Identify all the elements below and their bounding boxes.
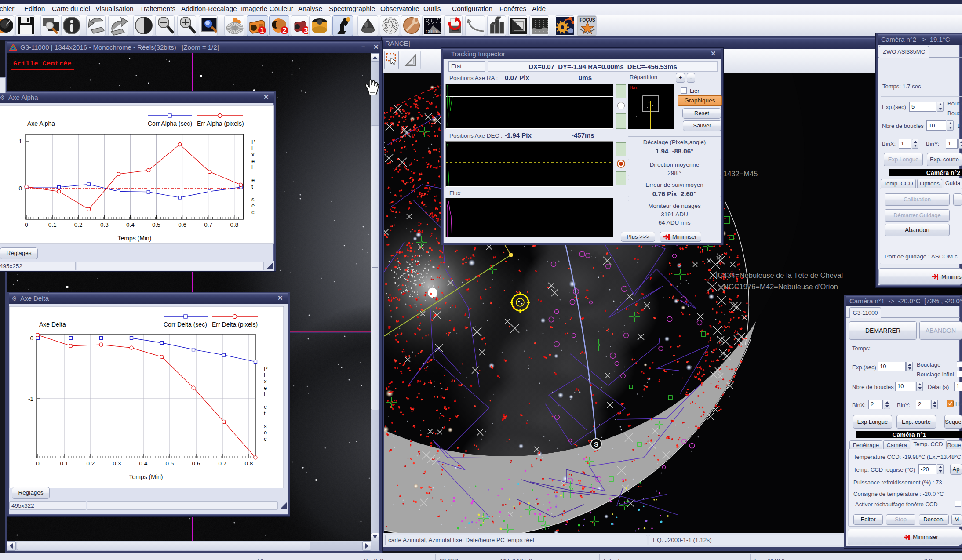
svg-text:0: 0 [36, 460, 40, 467]
svg-text:e: e [251, 202, 255, 209]
svg-text:0: 0 [18, 185, 22, 192]
svg-text:i: i [251, 145, 253, 152]
svg-text:Err Alpha (pixels): Err Alpha (pixels) [197, 120, 244, 127]
svg-text:e: e [251, 177, 255, 183]
svg-text:s: s [264, 423, 267, 429]
svg-text:0.4: 0.4 [139, 460, 148, 467]
svg-text:Corr Alpha (sec): Corr Alpha (sec) [148, 120, 192, 127]
svg-text:1432=M45: 1432=M45 [723, 170, 758, 178]
svg-text:P: P [264, 365, 268, 372]
svg-text:NGC1976=M42=Nebuleuse d'Orion: NGC1976=M42=Nebuleuse d'Orion [723, 283, 838, 291]
svg-text:0.2: 0.2 [87, 460, 95, 467]
svg-text:P: P [251, 138, 255, 145]
svg-text:3: 3 [304, 26, 308, 35]
svg-text:0.2: 0.2 [74, 222, 83, 228]
svg-text:0.3: 0.3 [100, 222, 109, 228]
svg-text:x: x [251, 151, 255, 158]
svg-text:e: e [264, 429, 267, 436]
svg-text:Axe Delta: Axe Delta [39, 321, 66, 328]
svg-text:Bar.: Bar. [630, 85, 638, 90]
svg-text:l: l [251, 164, 253, 171]
svg-text:-1: -1 [28, 396, 33, 402]
svg-text:Temps (Min): Temps (Min) [117, 235, 151, 242]
svg-text:0.7: 0.7 [204, 222, 212, 228]
svg-text:0.6: 0.6 [192, 460, 200, 467]
svg-text:0.1: 0.1 [60, 460, 69, 467]
svg-text:c: c [251, 209, 255, 215]
svg-text:Err Delta (pixels): Err Delta (pixels) [212, 321, 258, 328]
svg-text:0.5: 0.5 [166, 460, 174, 467]
svg-text:0.3: 0.3 [113, 460, 121, 467]
svg-text:l: l [264, 391, 265, 397]
svg-text:2: 2 [282, 26, 286, 35]
svg-text:t: t [264, 410, 266, 417]
svg-text:GUIDE: GUIDE [426, 29, 440, 34]
svg-text:e: e [264, 404, 267, 410]
svg-text:0.8: 0.8 [230, 222, 238, 228]
svg-text:1: 1 [18, 138, 22, 145]
svg-text:S: S [594, 440, 598, 448]
svg-text:x: x [264, 378, 267, 385]
svg-text:0.5: 0.5 [152, 222, 160, 228]
svg-text:0.1: 0.1 [48, 222, 57, 228]
svg-text:i: i [264, 372, 265, 378]
svg-text:Temps (Min): Temps (Min) [129, 473, 163, 480]
svg-text:e: e [264, 385, 267, 391]
svg-text:s: s [251, 196, 255, 203]
svg-text:e: e [251, 158, 255, 164]
svg-text:0.4: 0.4 [126, 222, 135, 228]
svg-text:Corr Delta (sec): Corr Delta (sec) [164, 321, 207, 328]
svg-text:0: 0 [30, 335, 33, 342]
svg-text:0.6: 0.6 [178, 222, 186, 228]
svg-text:0.8: 0.8 [245, 460, 253, 467]
svg-text:c: c [264, 436, 267, 442]
svg-text:0: 0 [25, 222, 28, 228]
svg-text:Axe Alpha: Axe Alpha [27, 120, 55, 127]
svg-text:IC434=Nebuleuse de la Tête de: IC434=Nebuleuse de la Tête de Cheval [716, 271, 843, 279]
svg-text:t: t [251, 183, 253, 190]
svg-text:1: 1 [260, 26, 264, 35]
svg-text:0.7: 0.7 [219, 460, 227, 467]
